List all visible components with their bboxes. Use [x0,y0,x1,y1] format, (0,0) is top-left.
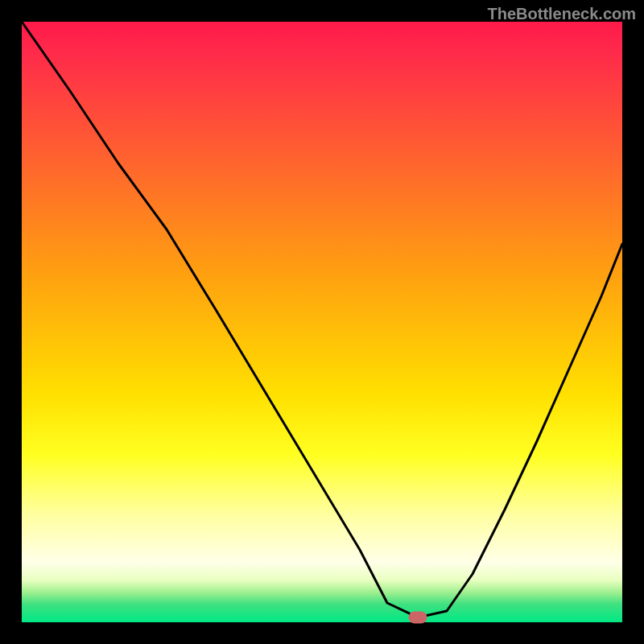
optimum-marker [409,612,427,624]
bottleneck-curve [22,22,622,622]
watermark-text: TheBottleneck.com [488,5,636,23]
chart-plot-area [22,22,622,622]
